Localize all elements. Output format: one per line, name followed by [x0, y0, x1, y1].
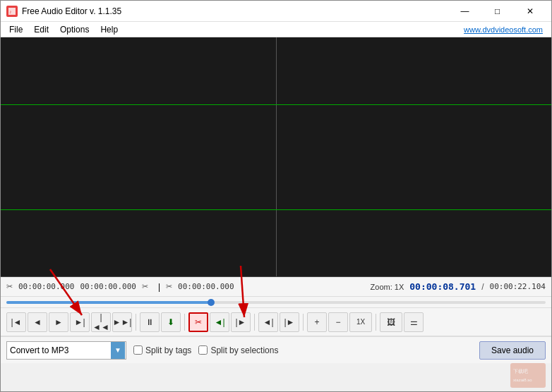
- waveform-area: [1, 37, 551, 277]
- zoom-in-icon: +: [314, 317, 319, 327]
- go-to-start-icon: |◄: [11, 317, 22, 327]
- controls-row: |◄ ◄ ► ►| |◄◄ ►►| ⏸ ⬇: [1, 308, 551, 336]
- pause-icon: ⏸: [145, 317, 154, 327]
- seek-bar-container[interactable]: [1, 297, 551, 308]
- window-controls: — □ ✕: [449, 1, 546, 22]
- menu-options[interactable]: Options: [54, 23, 95, 36]
- svg-text:xiazai8.so: xiazai8.so: [513, 378, 532, 382]
- rewind-icon: ◄: [33, 317, 42, 327]
- zoom-label: Zoom: 1X: [371, 283, 404, 291]
- zoom-out-button[interactable]: −: [328, 312, 348, 332]
- svg-rect-6: [510, 363, 546, 388]
- bottom-bar: Convert to MP3 Convert to WAV Convert to…: [1, 336, 551, 363]
- app-icon: ♪: [6, 6, 18, 17]
- website-link[interactable]: www.dvdvideosoft.com: [464, 25, 543, 34]
- time-separator: /: [481, 282, 484, 292]
- next-marker-icon: ►►|: [113, 317, 132, 327]
- forward-button[interactable]: ►|: [70, 312, 90, 332]
- next-marker-button[interactable]: ►►|: [112, 312, 132, 332]
- split-by-selections-checkbox[interactable]: [198, 345, 208, 355]
- menu-file[interactable]: File: [4, 23, 28, 36]
- zoom-in-button[interactable]: +: [307, 312, 327, 332]
- image-icon: 🖼: [387, 317, 395, 327]
- prev-selection-button[interactable]: ◄|: [258, 312, 278, 332]
- separator-4: [303, 314, 304, 331]
- svg-text:下载吧: 下载吧: [513, 369, 528, 374]
- maximize-button[interactable]: □: [481, 1, 513, 22]
- split-by-tags-checkbox[interactable]: [133, 345, 143, 355]
- seek-progress: [6, 301, 211, 304]
- seek-bar[interactable]: [6, 301, 546, 304]
- main-window: ♪ Free Audio Editor v. 1.1.35 — □ ✕ File…: [0, 0, 552, 392]
- trim-left-button[interactable]: ◄|: [210, 312, 229, 332]
- save-audio-button[interactable]: Save audio: [479, 341, 546, 360]
- menu-edit[interactable]: Edit: [28, 23, 54, 36]
- current-time: 00:00:08.701: [409, 281, 476, 292]
- playhead-time: 00:00:00.000: [178, 282, 234, 291]
- menu-items: File Edit Options Help: [4, 23, 124, 36]
- split-by-selections-text: Split by selections: [210, 345, 278, 355]
- watermark-logo: 下载吧 xiazai8.so: [510, 363, 546, 388]
- app-title: Free Audio Editor v. 1.1.35: [22, 6, 121, 16]
- close-button[interactable]: ✕: [514, 1, 546, 22]
- speed-button[interactable]: 1X: [349, 312, 372, 332]
- convert-dropdown[interactable]: Convert to MP3 Convert to WAV Convert to…: [6, 341, 126, 360]
- eq-button[interactable]: ⚌: [404, 312, 424, 332]
- svg-text:♪: ♪: [9, 9, 12, 14]
- next-selection-icon: |►: [284, 317, 295, 327]
- record-icon: ⬇: [167, 317, 174, 327]
- waveform-channel-2: [1, 209, 551, 210]
- selection-end-time: 00:00:00.000: [80, 282, 136, 291]
- split-by-tags-label[interactable]: Split by tags: [133, 345, 191, 355]
- prev-selection-icon: ◄|: [263, 317, 274, 327]
- play-icon: ►: [54, 317, 63, 327]
- playhead-icon: ✂: [166, 282, 172, 291]
- menu-help[interactable]: Help: [95, 23, 124, 36]
- title-bar-left: ♪ Free Audio Editor v. 1.1.35: [6, 6, 121, 17]
- selection-start-time: 00:00:00.000: [18, 282, 74, 291]
- trim-right-button[interactable]: |►: [231, 312, 251, 332]
- waveform-channel-1: [1, 104, 551, 105]
- rewind-button[interactable]: ◄: [28, 312, 47, 332]
- scissors-icon-right: ✂: [142, 282, 148, 291]
- trim-right-icon: |►: [236, 317, 246, 327]
- split-by-tags-text: Split by tags: [145, 345, 191, 355]
- next-selection-button[interactable]: |►: [280, 312, 299, 332]
- pause-button[interactable]: ⏸: [140, 312, 160, 332]
- speed-label: 1X: [356, 318, 365, 326]
- record-button[interactable]: ⬇: [161, 312, 181, 332]
- prev-marker-button[interactable]: |◄◄: [91, 312, 111, 332]
- separator-2: [184, 314, 185, 331]
- seek-thumb[interactable]: [208, 299, 215, 306]
- transport-bar: ✂ 00:00:00.000 00:00:00.000 ✂ | ✂ 00:00:…: [1, 277, 551, 297]
- menu-bar: File Edit Options Help www.dvdvideosoft.…: [1, 22, 551, 37]
- watermark-area: 下载吧 xiazai8.so: [510, 363, 546, 390]
- cut-button[interactable]: ✂: [188, 312, 208, 332]
- center-line: [276, 37, 277, 276]
- total-time: 00:00:22.104: [490, 282, 546, 291]
- title-bar: ♪ Free Audio Editor v. 1.1.35 — □ ✕: [1, 1, 551, 22]
- eq-icon: ⚌: [410, 317, 418, 327]
- image-button[interactable]: 🖼: [380, 312, 402, 332]
- convert-dropdown-wrap: Convert to MP3 Convert to WAV Convert to…: [6, 341, 126, 360]
- separator-1: [136, 314, 136, 331]
- separator-3: [254, 314, 255, 331]
- trim-left-icon: ◄|: [215, 317, 225, 327]
- separator-5: [376, 314, 376, 331]
- play-button[interactable]: ►: [49, 312, 68, 332]
- scissors-icon-left: ✂: [6, 282, 13, 291]
- zoom-out-icon: −: [335, 317, 340, 327]
- split-by-selections-label[interactable]: Split by selections: [198, 345, 278, 355]
- scissors-icon: ✂: [195, 317, 202, 327]
- minimize-button[interactable]: —: [449, 1, 481, 22]
- prev-marker-icon: |◄◄: [92, 312, 110, 332]
- forward-icon: ►|: [75, 317, 85, 327]
- go-to-start-button[interactable]: |◄: [6, 312, 26, 332]
